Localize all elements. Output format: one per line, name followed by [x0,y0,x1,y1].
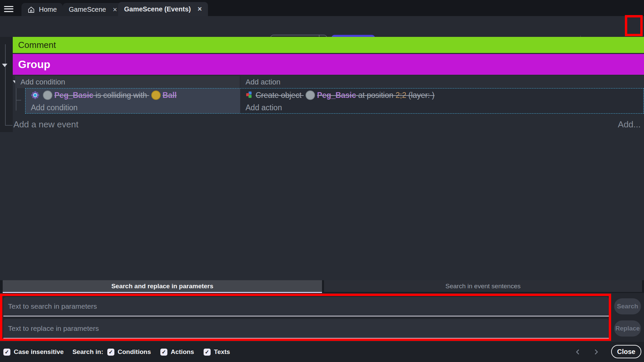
search-button[interactable]: Search [614,298,641,314]
tab-label: Search and replace in parameters [111,283,213,290]
tab-label: Search in event sentences [445,283,521,290]
next-result-button[interactable] [592,348,600,356]
condition-sentence[interactable]: Peg_Basic is colliding with Ball [25,88,240,102]
action-text: Create object [256,91,304,100]
object-name: Ball [163,91,177,100]
tab-search-event-sentences[interactable]: Search in event sentences [324,280,642,292]
tab-home[interactable]: Home [21,3,63,16]
replace-text-input[interactable] [3,319,609,339]
search-in-label: Search in: [72,348,103,356]
selected-event[interactable]: Peg_Basic is colliding with Ball Add con… [25,88,643,113]
conditions-label: Conditions [118,348,151,356]
object-name: Peg_Basic [54,91,93,100]
add-action-button[interactable]: Add action [246,78,280,86]
event-actions-column: Create object Peg_Basic at position 2;2 … [240,88,643,113]
collapse-group-arrow[interactable] [2,64,7,67]
tab-label: GameScene (Events) [124,5,191,13]
add-condition-button[interactable]: Add condition [31,103,77,112]
replace-button[interactable]: Replace [614,320,641,337]
hamburger-icon [4,6,13,7]
action-text: at position [356,91,396,100]
tab-gamescene-events[interactable]: GameScene (Events) × [118,2,208,16]
close-button[interactable]: Close [611,345,641,358]
hamburger-icon [4,8,13,9]
close-tab-icon[interactable]: × [113,6,117,13]
gdevelop-editor: Home GameScene × GameScene (Events) × [0,0,644,362]
condition-text: is colliding with [93,91,149,100]
add-more-button[interactable]: Add... [618,119,641,130]
tree-line [5,44,6,126]
tab-label: Home [39,6,57,13]
texts-checkbox[interactable] [204,349,211,356]
empty-event-conditions: Add condition [15,76,240,88]
empty-event: Add condition Add action [15,76,644,88]
toolbar: Preview Publish [0,16,644,37]
event-conditions-column: Peg_Basic is colliding with Ball Add con… [25,88,240,113]
tree-line [16,85,16,111]
ball-object-icon [151,90,161,100]
create-object-icon [246,91,254,100]
add-condition-button[interactable]: Add condition [20,78,65,86]
tree-line [16,100,21,101]
tab-label: GameScene [69,6,106,13]
add-new-event-row: Add a new event Add... [0,118,644,131]
search-panel-tabs: Search and replace in parameters Search … [0,280,644,293]
tab-bar: Home GameScene × GameScene (Events) × [0,0,644,16]
conditions-checkbox[interactable] [107,349,114,356]
case-insensitive-label: Case insensitive [14,348,64,356]
add-new-event-button[interactable]: Add a new event [13,119,78,130]
previous-result-button[interactable] [574,348,582,356]
add-condition-row: Add condition [25,102,240,113]
peg-basic-object-icon [306,90,315,100]
tab-search-replace-parameters[interactable]: Search and replace in parameters [3,280,322,293]
close-tab-icon[interactable]: × [198,5,202,13]
hamburger-icon [4,11,13,12]
comment-text: Comment [18,40,56,50]
add-action-button[interactable]: Add action [246,103,282,112]
group-title: Group [18,58,50,71]
add-action-row: Add action [240,102,643,113]
texts-label: Texts [214,348,230,356]
action-sentence[interactable]: Create object Peg_Basic at position 2;2 … [240,88,643,102]
actions-label: Actions [171,348,194,356]
event-comment[interactable]: Comment [13,37,644,53]
empty-event-actions: Add action [240,76,644,88]
event-group[interactable]: Group [13,54,644,75]
object-name: Peg_Basic [317,91,356,100]
main-menu-button[interactable] [4,4,13,12]
collision-icon [31,91,40,100]
position-value: 2;2 [395,91,406,100]
search-inputs-area: Search Replace [0,293,644,342]
case-insensitive-checkbox[interactable] [3,349,10,356]
event-sheet: Comment Group Add condition Add action [0,37,644,280]
search-text-input[interactable] [3,297,609,316]
peg-basic-object-icon [43,90,52,100]
search-options-bar: Case insensitive Search in: Conditions A… [0,342,644,362]
actions-checkbox[interactable] [160,349,167,356]
tab-gamescene[interactable]: GameScene × [63,3,123,16]
home-icon [28,6,35,13]
action-text: (layer: ) [406,91,434,100]
